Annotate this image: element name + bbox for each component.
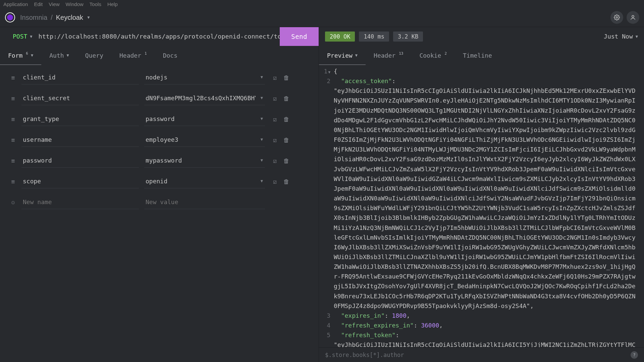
time-chip: 140 ms xyxy=(359,32,389,42)
fold-caret-icon[interactable]: ▼ xyxy=(328,70,330,74)
chevron-down-icon[interactable]: ▼ xyxy=(87,15,91,20)
chevron-down-icon[interactable]: ▼ xyxy=(261,179,263,183)
toggle-enabled-icon[interactable]: ☑ xyxy=(273,157,277,164)
code-content: "expires_in": 1800, xyxy=(334,311,638,320)
account-button[interactable] xyxy=(627,11,639,24)
form-key-input[interactable] xyxy=(21,174,139,188)
drag-handle-icon[interactable]: ≡ xyxy=(10,157,16,164)
menu-help[interactable]: Help xyxy=(107,1,118,7)
menu-edit[interactable]: Edit xyxy=(34,1,43,7)
delete-row-icon[interactable]: 🗑 xyxy=(283,136,289,143)
send-button[interactable]: Send xyxy=(280,27,319,46)
chevron-down-icon[interactable]: ▼ xyxy=(261,137,263,142)
response-tabs: Preview ▼ Header 13 Cookie 2 Timeline xyxy=(319,46,644,65)
response-history-dropdown[interactable]: Just Now ▼ xyxy=(604,33,638,40)
help-icon[interactable]: ? xyxy=(631,351,638,359)
toggle-enabled-icon[interactable]: ☑ xyxy=(273,178,277,185)
form-value-input[interactable] xyxy=(144,133,265,147)
drag-handle-icon[interactable]: ≡ xyxy=(10,116,16,123)
tab-form-label: Form xyxy=(8,52,22,59)
code-content: "eyJhbGciOiJIUzI1NiIsInR5cCIgOiAiSldUIiw… xyxy=(334,340,638,347)
tab-auth[interactable]: Auth ▼ xyxy=(41,46,77,65)
breadcrumb-project[interactable]: Insomnia xyxy=(20,14,47,21)
http-method-label: POST xyxy=(13,33,27,40)
chevron-down-icon: ▼ xyxy=(31,53,33,58)
tab-header-label: Header xyxy=(119,52,141,59)
tab-resp-header-badge: 13 xyxy=(399,51,403,56)
tab-docs-label: Docs xyxy=(163,52,177,59)
chevron-down-icon[interactable]: ▼ xyxy=(261,158,263,163)
form-key-input[interactable] xyxy=(21,195,139,209)
response-timestamp: Just Now xyxy=(604,33,633,40)
drag-handle-icon[interactable]: ≡ xyxy=(10,178,16,185)
menu-application[interactable]: Application xyxy=(3,1,28,7)
line-number: 5 xyxy=(319,330,334,340)
form-value-input[interactable] xyxy=(144,112,265,126)
tab-resp-header[interactable]: Header 13 xyxy=(366,46,411,65)
delete-row-icon[interactable]: 🗑 xyxy=(283,178,289,185)
code-line: "eyJhbGciOiJSUzI1NiIsInR5cCIgOiAiSldUIiw… xyxy=(319,86,638,311)
form-row: ≡▼☑🗑 xyxy=(10,67,309,88)
status-text: OK xyxy=(343,33,350,40)
code-content: "refresh_token": xyxy=(334,330,638,340)
code-content: { xyxy=(334,66,638,76)
form-value-input[interactable] xyxy=(144,154,265,168)
breadcrumb-separator: / xyxy=(51,14,53,21)
tab-query[interactable]: Query xyxy=(77,46,111,65)
chevron-down-icon[interactable]: ▼ xyxy=(261,96,263,100)
gear-icon[interactable]: ⚙ xyxy=(10,199,16,206)
tab-docs[interactable]: Docs xyxy=(155,46,185,65)
url-input[interactable] xyxy=(39,33,280,40)
form-value-input[interactable] xyxy=(144,195,265,209)
code-line: 5 "refresh_token": xyxy=(319,330,638,340)
settings-button[interactable] xyxy=(610,11,623,24)
tab-preview[interactable]: Preview ▼ xyxy=(319,46,366,65)
delete-row-icon[interactable]: 🗑 xyxy=(283,116,289,123)
toggle-enabled-icon[interactable]: ☑ xyxy=(273,95,277,102)
line-number: 4 xyxy=(319,320,334,330)
response-filter-input[interactable] xyxy=(325,352,626,358)
form-key-input[interactable] xyxy=(21,112,139,126)
chevron-down-icon: ▼ xyxy=(30,34,32,39)
code-content: "eyJhbGciOiJSUzI1NiIsInR5cCIgOiAiSldUIiw… xyxy=(334,86,638,311)
breadcrumb[interactable]: Insomnia / Keycloak ▼ xyxy=(20,14,91,21)
response-body-viewer[interactable]: 1▼{2 "access_token":"eyJhbGciOiJSUzI1NiI… xyxy=(319,65,644,347)
form-key-input[interactable] xyxy=(21,70,139,84)
menu-view[interactable]: View xyxy=(49,1,59,7)
line-number: 2 xyxy=(319,76,334,86)
form-row: ≡▼☑🗑 xyxy=(10,88,309,109)
tab-timeline[interactable]: Timeline xyxy=(455,46,500,65)
form-value-input[interactable] xyxy=(144,70,265,84)
form-value-input[interactable] xyxy=(144,174,265,188)
drag-handle-icon[interactable]: ≡ xyxy=(10,74,16,81)
form-key-input[interactable] xyxy=(21,91,139,105)
status-row: 200 OK 140 ms 3.2 KB Just Now ▼ xyxy=(319,27,644,46)
size-chip: 3.2 KB xyxy=(393,32,423,42)
form-key-input[interactable] xyxy=(21,133,139,147)
main-split: POST ▼ Send Form 6 ▼ Auth ▼ Query Header… xyxy=(0,27,644,362)
tab-cookie[interactable]: Cookie 2 xyxy=(411,46,455,65)
request-tabs: Form 6 ▼ Auth ▼ Query Header 1 Docs xyxy=(0,46,319,65)
http-method-selector[interactable]: POST ▼ xyxy=(0,33,39,40)
drag-handle-icon[interactable]: ≡ xyxy=(10,136,16,143)
chevron-down-icon[interactable]: ▼ xyxy=(261,116,263,121)
tab-header[interactable]: Header 1 xyxy=(111,46,155,65)
delete-row-icon[interactable]: 🗑 xyxy=(283,157,289,164)
chevron-down-icon[interactable]: ▼ xyxy=(261,75,263,79)
toggle-enabled-icon[interactable]: ☑ xyxy=(273,116,277,123)
drag-handle-icon[interactable]: ≡ xyxy=(10,95,16,102)
menu-tools[interactable]: Tools xyxy=(90,1,101,7)
toggle-enabled-icon[interactable]: ☑ xyxy=(273,74,277,81)
toggle-enabled-icon[interactable]: ☑ xyxy=(273,136,277,143)
tab-form[interactable]: Form 6 ▼ xyxy=(0,46,41,65)
delete-row-icon[interactable]: 🗑 xyxy=(283,95,289,102)
code-line: "eyJhbGciOiJIUzI1NiIsInR5cCIgOiAiSldUIiw… xyxy=(319,340,638,347)
menu-window[interactable]: Window xyxy=(66,1,84,7)
breadcrumb-request[interactable]: Keycloak xyxy=(56,14,83,21)
form-value-input[interactable] xyxy=(144,91,265,105)
form-key-input[interactable] xyxy=(21,154,139,168)
form-row: ≡▼☑🗑 xyxy=(10,109,309,129)
delete-row-icon[interactable]: 🗑 xyxy=(283,74,289,81)
code-content: "refresh_expires_in": 36000, xyxy=(334,320,638,330)
tab-cookie-badge: 2 xyxy=(444,51,447,56)
